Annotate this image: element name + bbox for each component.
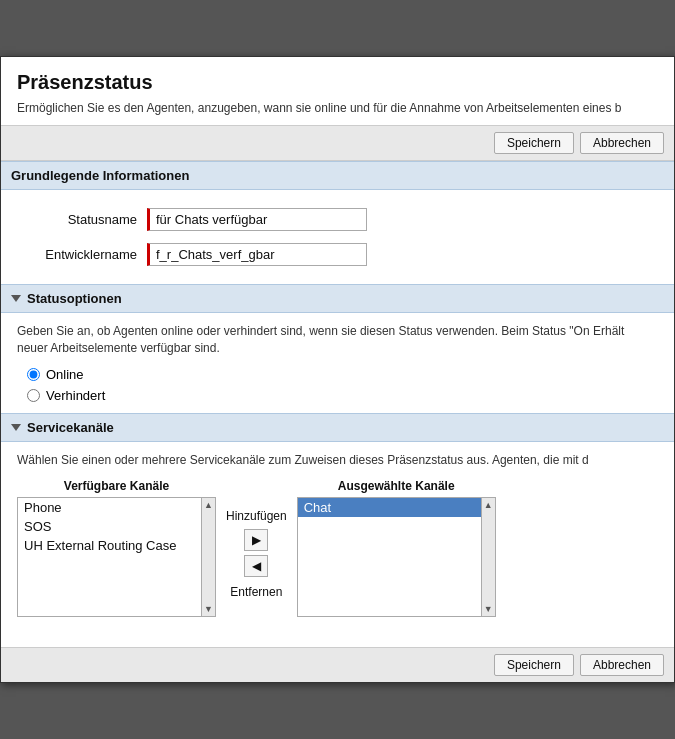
channels-layout: Verfügbare Kanäle Phone SOS UH External … xyxy=(17,479,658,617)
online-label: Online xyxy=(46,367,84,382)
online-radio[interactable] xyxy=(27,368,40,381)
bottom-toolbar: Speichern Abbrechen xyxy=(1,647,674,682)
list-item[interactable]: Phone xyxy=(18,498,201,517)
service-channels-label: Servicekanäle xyxy=(27,420,114,435)
collapse-triangle-icon xyxy=(11,295,21,302)
available-channels-wrapper: Verfügbare Kanäle Phone SOS UH External … xyxy=(17,479,216,617)
list-item[interactable]: Chat xyxy=(298,498,481,517)
bottom-cancel-button[interactable]: Abbrechen xyxy=(580,654,664,676)
channel-controls: Hinzufügen ▶ ◀ Entfernen xyxy=(216,509,297,599)
top-toolbar: Speichern Abbrechen xyxy=(1,126,674,161)
collapse-triangle-icon-2 xyxy=(11,424,21,431)
remove-channel-button[interactable]: ◀ xyxy=(244,555,268,577)
scroll-down-icon[interactable]: ▼ xyxy=(202,602,215,616)
spacer xyxy=(1,627,674,647)
entfernen-label: Entfernen xyxy=(230,585,282,599)
status-name-input[interactable] xyxy=(147,208,367,231)
service-channels-section: Servicekanäle Wählen Sie einen oder mehr… xyxy=(1,413,674,627)
status-name-row: Statusname xyxy=(17,202,658,237)
status-options-content: Geben Sie an, ob Agenten online oder ver… xyxy=(1,313,674,413)
service-channels-content: Wählen Sie einen oder mehrere Servicekan… xyxy=(1,442,674,627)
scroll-up-icon[interactable]: ▲ xyxy=(202,498,215,512)
selected-channels-label: Ausgewählte Kanäle xyxy=(338,479,455,493)
service-channels-header[interactable]: Servicekanäle xyxy=(1,413,674,442)
available-channels-listbox[interactable]: Phone SOS UH External Routing Case xyxy=(17,497,202,617)
selected-listbox-container: Chat ▲ ▼ xyxy=(297,497,496,617)
basic-info-section: Statusname Entwicklername xyxy=(1,190,674,284)
list-item[interactable]: UH External Routing Case xyxy=(18,536,201,555)
status-options-header[interactable]: Statusoptionen xyxy=(1,284,674,313)
online-radio-row: Online xyxy=(27,367,658,382)
bottom-save-button[interactable]: Speichern xyxy=(494,654,574,676)
status-name-label: Statusname xyxy=(27,212,147,227)
verhindert-radio-row: Verhindert xyxy=(27,388,658,403)
available-scrollbar[interactable]: ▲ ▼ xyxy=(202,497,216,617)
list-item[interactable]: SOS xyxy=(18,517,201,536)
top-cancel-button[interactable]: Abbrechen xyxy=(580,132,664,154)
status-options-label: Statusoptionen xyxy=(27,291,122,306)
status-radio-group: Online Verhindert xyxy=(17,367,658,403)
top-save-button[interactable]: Speichern xyxy=(494,132,574,154)
developer-name-input[interactable] xyxy=(147,243,367,266)
selected-channels-wrapper: Ausgewählte Kanäle Chat ▲ ▼ xyxy=(297,479,496,617)
scroll-down-icon-2[interactable]: ▼ xyxy=(482,602,495,616)
selected-scrollbar[interactable]: ▲ ▼ xyxy=(482,497,496,617)
verhindert-radio[interactable] xyxy=(27,389,40,402)
scroll-up-icon-2[interactable]: ▲ xyxy=(482,498,495,512)
hinzufuegen-label: Hinzufügen xyxy=(226,509,287,523)
selected-channels-listbox[interactable]: Chat xyxy=(297,497,482,617)
verhindert-label: Verhindert xyxy=(46,388,105,403)
page-title: Präsenzstatus xyxy=(17,71,658,94)
basic-info-header: Grundlegende Informationen xyxy=(1,161,674,190)
status-options-description: Geben Sie an, ob Agenten online oder ver… xyxy=(17,323,658,357)
main-window: Präsenzstatus Ermöglichen Sie es den Age… xyxy=(0,56,675,682)
available-listbox-container: Phone SOS UH External Routing Case ▲ ▼ xyxy=(17,497,216,617)
available-channels-label: Verfügbare Kanäle xyxy=(64,479,169,493)
service-channels-description: Wählen Sie einen oder mehrere Servicekan… xyxy=(17,452,658,469)
window-title-area: Präsenzstatus Ermöglichen Sie es den Age… xyxy=(1,57,674,126)
developer-name-label: Entwicklername xyxy=(27,247,147,262)
page-description: Ermöglichen Sie es den Agenten, anzugebe… xyxy=(17,100,658,117)
status-options-section: Statusoptionen Geben Sie an, ob Agenten … xyxy=(1,284,674,413)
developer-name-row: Entwicklername xyxy=(17,237,658,272)
add-channel-button[interactable]: ▶ xyxy=(244,529,268,551)
